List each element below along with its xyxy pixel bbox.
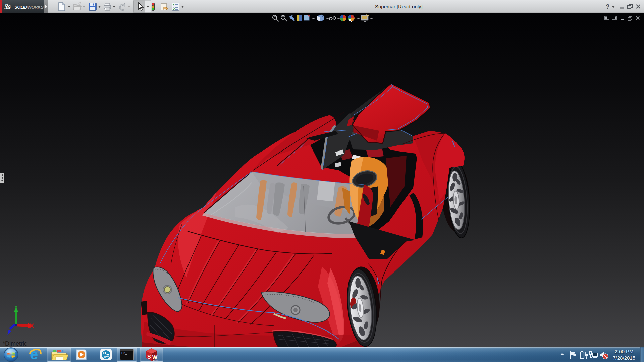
svg-text:S: S — [147, 354, 151, 360]
svg-text:?: ? — [606, 3, 610, 10]
svg-text:2015: 2015 — [152, 359, 158, 362]
svg-text:C:\_: C:\_ — [121, 351, 127, 355]
svg-text:*Dimetric: *Dimetric — [3, 340, 27, 347]
